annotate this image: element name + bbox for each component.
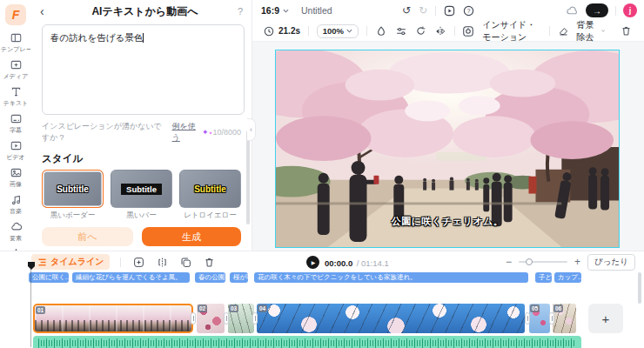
add-clip-button[interactable]: + (588, 304, 623, 333)
transition-handle[interactable] (191, 312, 196, 325)
style-card-black-bar[interactable]: Subtitle (111, 170, 172, 208)
background-remove-icon[interactable] (558, 25, 569, 37)
video-clip[interactable]: 06 (553, 304, 576, 333)
help-icon[interactable]: ? (238, 6, 243, 17)
divider (549, 26, 550, 36)
prompt-input[interactable]: 春の訪れを告げる景色 (42, 24, 245, 115)
previous-button[interactable]: 前へ (42, 227, 133, 246)
video-clip[interactable]: 05 (529, 304, 550, 333)
video-clip[interactable]: 02 (197, 304, 225, 333)
sidebar-item-templates[interactable]: テンプレート (0, 29, 31, 56)
color-adjust-icon[interactable] (375, 25, 387, 37)
add-scene-icon[interactable] (133, 257, 144, 268)
timeline-tab[interactable]: タイムライン (31, 254, 110, 270)
sidebar-item-media[interactable]: メディア (0, 56, 31, 83)
transition-handle[interactable] (549, 312, 554, 325)
app-logo[interactable]: F (5, 4, 26, 25)
divider (454, 26, 455, 36)
project-title[interactable]: Untitled (301, 5, 332, 16)
style-card-black-border[interactable]: Subtitle (42, 170, 104, 208)
help-circle-icon[interactable]: ? (463, 5, 474, 17)
sidebar-item-elements[interactable]: 要素 (0, 218, 31, 244)
aspect-ratio-dropdown[interactable]: 16:9 (261, 5, 279, 16)
user-avatar[interactable]: j (623, 3, 637, 17)
timeline-zoom-in[interactable]: + (574, 257, 580, 267)
sparkle-icon: ✦✦ (202, 128, 213, 137)
rotate-icon[interactable] (415, 25, 426, 37)
sidebar-item-images[interactable]: 画像 (0, 164, 31, 191)
fit-button[interactable]: ぴったり (587, 254, 635, 271)
style-card-label: 黒いボーダー (50, 211, 96, 221)
sidebar-item-music[interactable]: 音楽 (0, 191, 31, 218)
divider (435, 6, 436, 16)
subtitle-clip[interactable]: 公園に咲く... (29, 272, 69, 283)
motion-label[interactable]: インサイド・モーション (482, 19, 541, 44)
sidebar-item-subtitles[interactable]: 字幕 (0, 110, 31, 137)
audio-track[interactable] (33, 336, 581, 348)
redo-icon[interactable]: ↻ (419, 4, 427, 17)
transition-handle[interactable] (224, 312, 229, 325)
duration-clock-icon[interactable] (264, 26, 274, 37)
text-icon (10, 85, 23, 98)
subtitle-clip[interactable]: 繊細な花びらを運んでくるそよ風。 (72, 272, 190, 283)
style-card-retro-yellow[interactable]: Subtitle (179, 170, 241, 208)
timeline-scrollbar[interactable] (638, 272, 641, 304)
video-clip[interactable]: 04 (257, 304, 525, 333)
cloud-sync-icon[interactable] (566, 4, 579, 17)
flip-icon[interactable] (434, 25, 446, 37)
sidebar-item-video[interactable]: ビデオ (0, 137, 31, 164)
play-button[interactable]: ▶ (306, 256, 319, 269)
subtitle-clip[interactable]: 子ど... (535, 272, 552, 283)
zoom-value: 100% (323, 26, 344, 36)
split-icon[interactable] (157, 257, 168, 268)
template-icon (10, 31, 23, 44)
delete-icon[interactable] (204, 257, 215, 268)
timeline-zoom-out[interactable]: − (506, 257, 512, 267)
generate-button[interactable]: 生成 (142, 227, 241, 246)
style-preview: Subtitle (194, 184, 226, 194)
subtitle-clip[interactable]: 桜が咲... (230, 272, 248, 283)
back-button[interactable]: ‹ (40, 4, 52, 18)
top-bar: 16:9 Untitled ↺ ↻ ? → j (252, 0, 644, 21)
chevron-down-icon (346, 29, 352, 33)
slider-knob[interactable] (526, 258, 533, 265)
transition-handle[interactable] (252, 312, 258, 325)
use-example-link[interactable]: 例を使う (172, 121, 200, 144)
preview-icon[interactable] (444, 5, 455, 17)
logo-letter: F (12, 8, 20, 22)
video-clip[interactable]: 01 (33, 304, 193, 333)
sidebar-item-label: 画像 (10, 180, 22, 189)
timeline-zoom-slider[interactable] (519, 261, 567, 263)
chevron-down-icon (283, 9, 289, 13)
filters-icon[interactable] (395, 25, 407, 37)
subtitle-clip[interactable]: 花の咲く木々の下でピクニックをしている家族連れ。 (254, 272, 528, 283)
media-icon (10, 58, 23, 71)
style-card-label: レトロイエロー (184, 211, 237, 221)
canvas-caption[interactable]: 公園に咲くチェリオム。 (276, 215, 619, 228)
divider (366, 26, 367, 36)
delete-icon[interactable] (621, 25, 632, 37)
timeline-tab-label: タイムライン (50, 256, 104, 268)
transition-handle[interactable] (525, 312, 530, 325)
sidebar-item-label: テキスト (3, 99, 29, 108)
sidebar-item-text[interactable]: テキスト (0, 83, 31, 110)
subtitle-clip[interactable]: カップ... (554, 272, 581, 283)
subtitle-clip[interactable]: 春の公園に... (195, 272, 225, 283)
background-remove-label[interactable]: 背景除去 (577, 19, 598, 44)
motion-icon[interactable] (462, 25, 474, 37)
duplicate-icon[interactable] (180, 257, 191, 268)
music-icon (10, 193, 23, 206)
video-clip[interactable]: 03 (228, 304, 254, 333)
panel-collapse-tab[interactable]: ‹ (247, 118, 256, 141)
undo-icon[interactable]: ↺ (402, 4, 411, 17)
image-icon (10, 166, 23, 179)
clip-duration[interactable]: 21.2s (278, 26, 300, 36)
app-window: F テンプレート メディア テキスト 字幕 ビデオ 画像 音楽 (0, 0, 644, 348)
clip-number-badge: 01 (36, 306, 45, 314)
video-canvas[interactable]: 公園に咲くチェリオム。 (275, 50, 620, 248)
sidebar-item-label: 要素 (10, 234, 22, 243)
export-button[interactable]: → (586, 3, 608, 17)
chevron-down-icon (601, 29, 605, 33)
panel-scrollbar[interactable] (246, 130, 250, 224)
canvas-zoom-dropdown[interactable]: 100% (317, 24, 359, 38)
